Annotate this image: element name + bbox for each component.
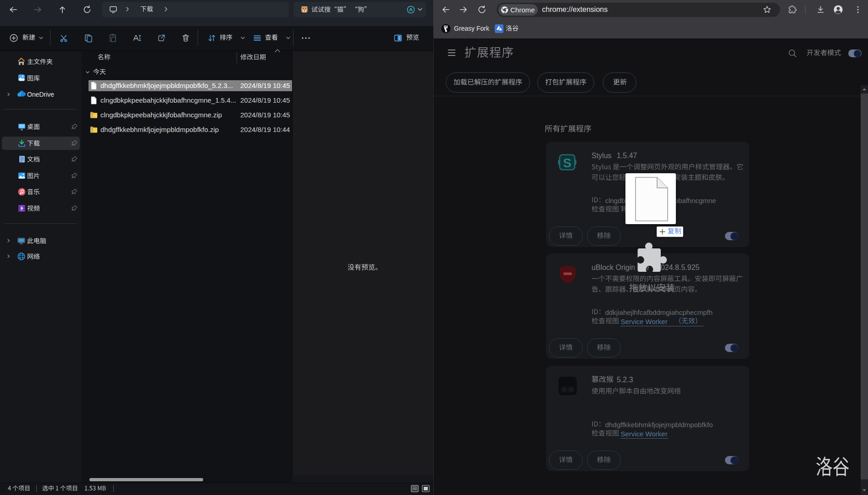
svg-text:S: S (563, 156, 572, 170)
